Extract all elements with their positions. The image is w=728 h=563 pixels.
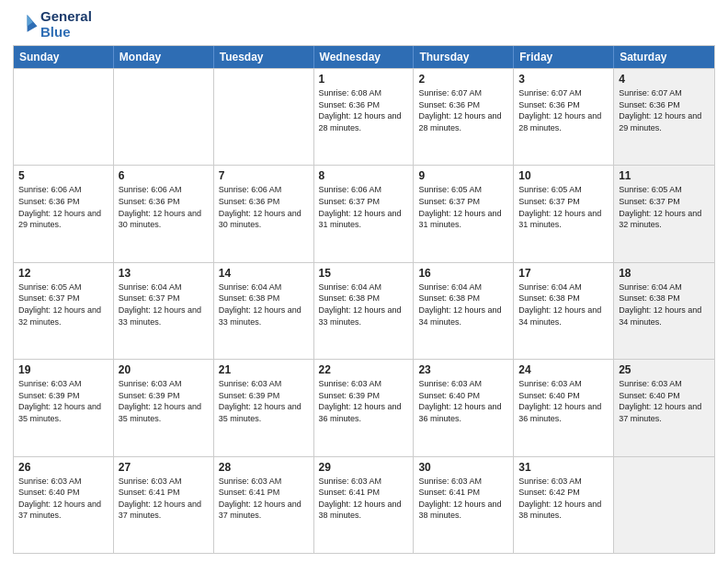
calendar-body: 1Sunrise: 6:08 AM Sunset: 6:36 PM Daylig… (14, 68, 714, 553)
day-info: Sunrise: 6:06 AM Sunset: 6:36 PM Dayligh… (18, 184, 108, 230)
day-number: 10 (518, 169, 609, 182)
day-info: Sunrise: 6:06 AM Sunset: 6:37 PM Dayligh… (319, 184, 409, 230)
day-info: Sunrise: 6:03 AM Sunset: 6:41 PM Dayligh… (418, 476, 508, 522)
day-cell-20: 20Sunrise: 6:03 AM Sunset: 6:39 PM Dayli… (114, 360, 214, 455)
day-number: 11 (619, 169, 710, 182)
day-info: Sunrise: 6:03 AM Sunset: 6:40 PM Dayligh… (418, 378, 508, 424)
calendar: SundayMondayTuesdayWednesdayThursdayFrid… (13, 45, 715, 554)
day-info: Sunrise: 6:03 AM Sunset: 6:39 PM Dayligh… (18, 378, 108, 424)
day-cell-13: 13Sunrise: 6:04 AM Sunset: 6:37 PM Dayli… (114, 263, 214, 359)
day-cell-25: 25Sunrise: 6:03 AM Sunset: 6:40 PM Dayli… (614, 360, 714, 455)
day-info: Sunrise: 6:03 AM Sunset: 6:39 PM Dayligh… (219, 378, 309, 424)
day-number: 5 (18, 169, 108, 182)
day-cell-10: 10Sunrise: 6:05 AM Sunset: 6:37 PM Dayli… (514, 166, 614, 261)
day-number: 1 (319, 73, 409, 86)
day-cell-6: 6Sunrise: 6:06 AM Sunset: 6:36 PM Daylig… (114, 166, 214, 261)
day-cell-7: 7Sunrise: 6:06 AM Sunset: 6:36 PM Daylig… (214, 166, 314, 261)
day-info: Sunrise: 6:05 AM Sunset: 6:37 PM Dayligh… (418, 184, 508, 230)
day-cell-2: 2Sunrise: 6:07 AM Sunset: 6:36 PM Daylig… (414, 69, 514, 165)
day-info: Sunrise: 6:06 AM Sunset: 6:36 PM Dayligh… (119, 184, 209, 230)
day-info: Sunrise: 6:07 AM Sunset: 6:36 PM Dayligh… (518, 87, 609, 133)
day-cell-14: 14Sunrise: 6:04 AM Sunset: 6:38 PM Dayli… (214, 263, 314, 359)
day-info: Sunrise: 6:05 AM Sunset: 6:37 PM Dayligh… (518, 184, 609, 230)
day-cell-30: 30Sunrise: 6:03 AM Sunset: 6:41 PM Dayli… (414, 457, 514, 553)
day-info: Sunrise: 6:04 AM Sunset: 6:38 PM Dayligh… (619, 282, 710, 327)
day-number: 27 (119, 461, 209, 474)
day-cell-17: 17Sunrise: 6:04 AM Sunset: 6:38 PM Dayli… (514, 263, 614, 359)
header-day-tuesday: Tuesday (214, 46, 314, 68)
day-number: 8 (319, 169, 409, 182)
header-day-wednesday: Wednesday (314, 46, 415, 68)
empty-cell-0-2 (214, 69, 314, 165)
day-number: 21 (219, 363, 309, 376)
header-day-friday: Friday (514, 46, 614, 68)
empty-cell-4-6 (614, 457, 714, 553)
empty-cell-0-0 (14, 69, 114, 165)
header-day-thursday: Thursday (414, 46, 514, 68)
day-cell-21: 21Sunrise: 6:03 AM Sunset: 6:39 PM Dayli… (214, 360, 314, 455)
header-day-monday: Monday (114, 46, 214, 68)
day-info: Sunrise: 6:03 AM Sunset: 6:39 PM Dayligh… (319, 378, 409, 424)
day-info: Sunrise: 6:03 AM Sunset: 6:40 PM Dayligh… (619, 378, 710, 424)
day-number: 28 (219, 461, 309, 474)
day-number: 6 (119, 169, 209, 182)
day-info: Sunrise: 6:04 AM Sunset: 6:38 PM Dayligh… (319, 282, 409, 327)
header-day-sunday: Sunday (14, 46, 114, 68)
day-number: 18 (619, 267, 710, 280)
day-info: Sunrise: 6:08 AM Sunset: 6:36 PM Dayligh… (319, 87, 409, 133)
day-cell-12: 12Sunrise: 6:05 AM Sunset: 6:37 PM Dayli… (14, 263, 114, 359)
day-number: 9 (418, 169, 508, 182)
day-number: 4 (619, 73, 710, 86)
day-cell-3: 3Sunrise: 6:07 AM Sunset: 6:36 PM Daylig… (514, 69, 614, 165)
day-number: 14 (219, 267, 309, 280)
week-row-2: 12Sunrise: 6:05 AM Sunset: 6:37 PM Dayli… (14, 262, 714, 359)
day-info: Sunrise: 6:04 AM Sunset: 6:37 PM Dayligh… (119, 282, 209, 327)
day-cell-23: 23Sunrise: 6:03 AM Sunset: 6:40 PM Dayli… (414, 360, 514, 455)
day-info: Sunrise: 6:03 AM Sunset: 6:41 PM Dayligh… (219, 476, 309, 522)
day-cell-24: 24Sunrise: 6:03 AM Sunset: 6:40 PM Dayli… (514, 360, 614, 455)
day-cell-29: 29Sunrise: 6:03 AM Sunset: 6:41 PM Dayli… (314, 457, 415, 553)
day-info: Sunrise: 6:05 AM Sunset: 6:37 PM Dayligh… (619, 184, 710, 230)
day-cell-5: 5Sunrise: 6:06 AM Sunset: 6:36 PM Daylig… (14, 166, 114, 261)
day-number: 29 (319, 461, 409, 474)
day-cell-19: 19Sunrise: 6:03 AM Sunset: 6:39 PM Dayli… (14, 360, 114, 455)
day-number: 30 (418, 461, 508, 474)
header: General Blue (13, 9, 715, 40)
day-cell-28: 28Sunrise: 6:03 AM Sunset: 6:41 PM Dayli… (214, 457, 314, 553)
header-day-saturday: Saturday (614, 46, 714, 68)
day-number: 31 (518, 461, 609, 474)
day-info: Sunrise: 6:04 AM Sunset: 6:38 PM Dayligh… (219, 282, 309, 327)
day-cell-8: 8Sunrise: 6:06 AM Sunset: 6:37 PM Daylig… (314, 166, 415, 261)
day-number: 2 (418, 73, 508, 86)
week-row-0: 1Sunrise: 6:08 AM Sunset: 6:36 PM Daylig… (14, 68, 714, 165)
week-row-3: 19Sunrise: 6:03 AM Sunset: 6:39 PM Dayli… (14, 359, 714, 455)
day-number: 15 (319, 267, 409, 280)
page: General Blue SundayMondayTuesdayWednesda… (0, 0, 728, 563)
day-number: 12 (18, 267, 108, 280)
empty-cell-0-1 (114, 69, 214, 165)
day-cell-27: 27Sunrise: 6:03 AM Sunset: 6:41 PM Dayli… (114, 457, 214, 553)
day-info: Sunrise: 6:07 AM Sunset: 6:36 PM Dayligh… (619, 87, 710, 133)
day-number: 23 (418, 363, 508, 376)
day-number: 20 (119, 363, 209, 376)
day-number: 24 (518, 363, 609, 376)
day-info: Sunrise: 6:03 AM Sunset: 6:40 PM Dayligh… (518, 378, 609, 424)
day-info: Sunrise: 6:06 AM Sunset: 6:36 PM Dayligh… (219, 184, 309, 230)
day-number: 25 (619, 363, 710, 376)
day-cell-4: 4Sunrise: 6:07 AM Sunset: 6:36 PM Daylig… (614, 69, 714, 165)
day-cell-18: 18Sunrise: 6:04 AM Sunset: 6:38 PM Dayli… (614, 263, 714, 359)
day-info: Sunrise: 6:03 AM Sunset: 6:40 PM Dayligh… (18, 476, 108, 522)
day-number: 17 (518, 267, 609, 280)
day-info: Sunrise: 6:03 AM Sunset: 6:42 PM Dayligh… (518, 476, 609, 522)
day-info: Sunrise: 6:07 AM Sunset: 6:36 PM Dayligh… (418, 87, 508, 133)
logo-text: General Blue (40, 9, 92, 40)
day-cell-22: 22Sunrise: 6:03 AM Sunset: 6:39 PM Dayli… (314, 360, 415, 455)
day-number: 7 (219, 169, 309, 182)
day-number: 3 (518, 73, 609, 86)
day-info: Sunrise: 6:03 AM Sunset: 6:39 PM Dayligh… (119, 378, 209, 424)
logo: General Blue (13, 9, 92, 40)
day-number: 26 (18, 461, 108, 474)
day-cell-9: 9Sunrise: 6:05 AM Sunset: 6:37 PM Daylig… (414, 166, 514, 261)
day-cell-31: 31Sunrise: 6:03 AM Sunset: 6:42 PM Dayli… (514, 457, 614, 553)
day-cell-1: 1Sunrise: 6:08 AM Sunset: 6:36 PM Daylig… (314, 69, 415, 165)
